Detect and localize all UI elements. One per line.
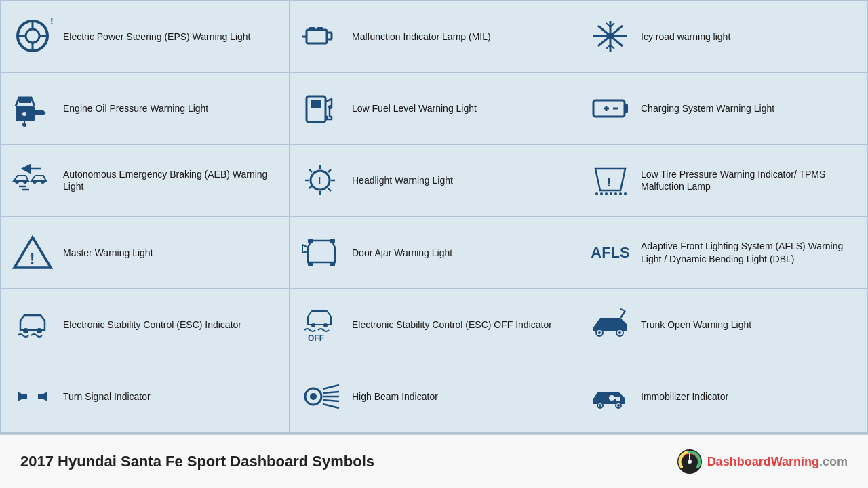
- oil-icon: [9, 88, 56, 129]
- cell-esc: Electronic Stability Control (ESC) Indic…: [1, 289, 290, 361]
- svg-rect-92: [614, 396, 620, 399]
- footer: 2017 Hyundai Santa Fe Sport Dashboard Sy…: [0, 434, 868, 488]
- svg-point-39: [41, 180, 45, 184]
- svg-rect-93: [618, 399, 620, 401]
- aeb-label: Autonomous Emergency Braking (AEB) Warni…: [63, 168, 281, 192]
- cell-trunk: Trunk Open Warning Light: [578, 289, 867, 361]
- svg-point-88: [599, 404, 601, 407]
- svg-point-91: [609, 395, 614, 401]
- svg-point-81: [310, 393, 317, 400]
- svg-line-48: [309, 169, 312, 172]
- svg-point-67: [23, 328, 28, 333]
- cell-fuel: Low Fuel Level Warning Light: [290, 73, 578, 144]
- cell-escoff: OFF Electronic Stability Control (ESC) O…: [290, 289, 578, 361]
- svg-point-68: [37, 328, 42, 333]
- svg-point-1: [26, 29, 39, 43]
- svg-point-38: [33, 180, 37, 184]
- cell-afls: AFLS Adaptive Front Lighting System (AFL…: [578, 217, 867, 289]
- mil-icon: [298, 16, 345, 57]
- eps-label: Electric Power Steering (EPS) Warning Li…: [63, 30, 250, 43]
- logo-warning: Warning: [771, 455, 819, 468]
- afls-icon: AFLS: [587, 232, 634, 273]
- svg-point-37: [23, 180, 27, 184]
- cell-eps: ! Electric Power Steering (EPS) Warning …: [1, 1, 290, 73]
- icy-icon: [587, 16, 634, 57]
- immobilizer-label: Immobilizer Indicator: [641, 390, 728, 403]
- svg-rect-94: [616, 399, 618, 401]
- svg-rect-24: [19, 98, 31, 103]
- svg-line-82: [323, 385, 339, 389]
- svg-line-49: [328, 188, 331, 191]
- fuel-label: Low Fuel Level Warning Light: [352, 102, 477, 115]
- master-label: Master Warning Light: [63, 247, 153, 259]
- svg-rect-66: [330, 262, 335, 266]
- warning-lights-grid: ! Electric Power Steering (EPS) Warning …: [0, 0, 868, 434]
- aeb-icon: [9, 160, 56, 201]
- svg-rect-32: [625, 104, 628, 113]
- svg-point-69: [311, 323, 315, 327]
- svg-point-57: [610, 192, 612, 195]
- trunk-icon: [587, 304, 634, 345]
- trunk-label: Trunk Open Warning Light: [641, 319, 751, 331]
- svg-point-75: [618, 331, 621, 334]
- svg-point-30: [328, 105, 332, 109]
- afls-label: Adaptive Front Lighting System (AFLS) Wa…: [641, 240, 859, 264]
- turn-icon: [9, 376, 56, 417]
- svg-point-90: [617, 404, 620, 407]
- svg-rect-29: [311, 100, 321, 108]
- svg-point-55: [600, 192, 603, 195]
- logo-text: DashboardWarning.com: [707, 455, 848, 469]
- door-label: Door Ajar Warning Light: [352, 247, 452, 259]
- svg-line-50: [328, 169, 331, 172]
- footer-title: 2017 Hyundai Santa Fe Sport Dashboard Sy…: [20, 453, 374, 470]
- highbeam-label: High Beam Indicator: [352, 390, 438, 403]
- tpms-icon: !: [587, 160, 634, 201]
- cell-immobilizer: Immobilizer Indicator: [578, 361, 867, 433]
- svg-text:!: !: [30, 250, 35, 267]
- svg-text:!: !: [607, 176, 611, 189]
- svg-point-54: [595, 192, 598, 195]
- cell-charging: Charging System Warning Light: [578, 73, 867, 144]
- svg-point-59: [619, 192, 622, 195]
- cell-highbeam: High Beam Indicator: [290, 361, 578, 433]
- eps-icon: !: [9, 16, 56, 57]
- mil-label: Malfunction Indicator Lamp (MIL): [352, 30, 491, 43]
- oil-label: Engine Oil Pressure Warning Light: [63, 102, 208, 115]
- cell-master: ! Master Warning Light: [1, 217, 290, 289]
- cell-aeb: Autonomous Emergency Braking (AEB) Warni…: [1, 145, 290, 217]
- svg-text:!: !: [50, 18, 53, 26]
- svg-rect-7: [307, 30, 327, 43]
- charging-icon: [587, 88, 634, 129]
- svg-rect-79: [38, 394, 47, 399]
- svg-line-83: [323, 392, 339, 393]
- svg-line-51: [309, 186, 312, 188]
- esc-label: Electronic Stability Control (ESC) Indic…: [63, 319, 241, 331]
- footer-logo: DashboardWarning.com: [676, 448, 848, 475]
- svg-line-86: [323, 404, 339, 408]
- logo-com: .com: [819, 455, 848, 468]
- svg-rect-8: [309, 27, 315, 30]
- cell-icy: Icy road warning light: [578, 1, 867, 73]
- cell-door: Door Ajar Warning Light: [290, 217, 578, 289]
- cell-headlight: ! Headlight Warning Light: [290, 145, 578, 217]
- charging-label: Charging System Warning Light: [641, 102, 774, 115]
- svg-point-60: [624, 192, 627, 195]
- svg-line-85: [323, 400, 339, 401]
- svg-point-73: [598, 331, 601, 334]
- svg-rect-63: [308, 239, 313, 243]
- escoff-icon: OFF: [298, 304, 345, 345]
- headlight-label: Headlight Warning Light: [352, 174, 453, 186]
- svg-rect-9: [317, 27, 323, 30]
- cell-mil: Malfunction Indicator Lamp (MIL): [290, 1, 578, 73]
- svg-point-36: [15, 180, 19, 184]
- cell-oil: Engine Oil Pressure Warning Light: [1, 73, 290, 144]
- svg-text:OFF: OFF: [308, 333, 324, 343]
- svg-rect-64: [330, 239, 335, 243]
- svg-rect-77: [18, 394, 27, 399]
- svg-point-70: [323, 323, 328, 327]
- svg-point-18: [608, 33, 613, 39]
- main-container: ! Electric Power Steering (EPS) Warning …: [0, 0, 868, 488]
- immobilizer-icon: [587, 376, 634, 417]
- svg-point-56: [605, 192, 608, 195]
- svg-point-58: [614, 192, 617, 195]
